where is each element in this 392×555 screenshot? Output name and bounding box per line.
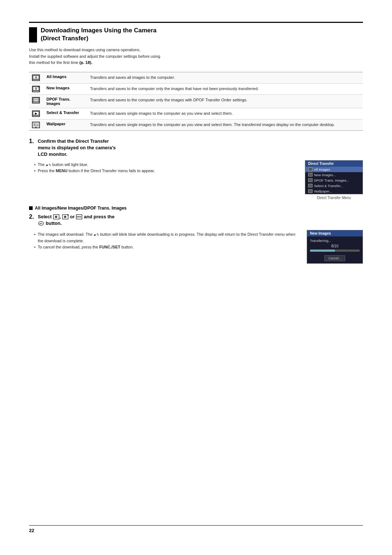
step2-header: 2. Select ▤ , ▤ N or DPOF and press the [29,214,363,228]
subsection-header: All Images/New Images/DPOF Trans. Images [29,206,363,211]
progress-label: 8/10 [310,244,360,248]
select-transfer-icon [32,110,40,117]
screen-icon [308,189,313,193]
desc-cell: Transfers and saves to the computer only… [86,83,363,94]
section-title: Downloading Images Using the Camera (Dir… [41,27,156,42]
label-cell: Wallpaper [43,119,86,130]
dpof-icon: DPOF [32,97,40,104]
row-description: Transfers and saves all images to the co… [90,75,175,80]
subsection-title: All Images/New Images/DPOF Trans. Images [35,206,127,211]
intro-link: (p. 18). [79,60,92,65]
svg-marker-16 [35,113,37,115]
screen-item-all-images: All Images [305,167,363,172]
section-title-line1: Downloading Images Using the Camera [41,27,156,34]
step1-title-line3: LCD monitor. [38,151,68,157]
svg-text:N: N [38,86,39,88]
svg-text:▤: ▤ [64,215,67,218]
step1-title: Confirm that the Direct Transfer menu is… [38,138,116,158]
screen-icon [308,178,313,182]
step1-title-line2: menu is displayed on the camera's [38,145,116,150]
table-row: Select & Transfer Transfers and saves si… [29,108,363,119]
svg-text:▤: ▤ [55,215,57,218]
svg-text:N: N [68,214,69,216]
transfer-progress-screen: New Images Transferring... 8/10 Cancel..… [307,230,363,264]
icon-cell: ▤ [29,72,43,83]
table-row: ▣ Wallpaper Transfers and saves single i… [29,119,363,130]
screen-item-new-images: New Images... [305,172,363,178]
intro-line3: this method for the first time [29,60,79,65]
intro-line2: Install the supplied software and adjust… [29,54,160,58]
screen-item-select: Select & Transfer... [305,183,363,189]
subsection-bar [29,206,33,210]
svg-text:▤: ▤ [35,76,37,78]
icon-cell: DPOF [29,94,43,108]
screen-icon [308,167,313,171]
progress-bar-fill [310,250,335,252]
screen-caption: Direct Transfer Menu [305,196,363,200]
direct-transfer-screen: Direct Transfer All Images New Images...… [305,160,363,194]
icon-cell: ▤ N [29,83,43,94]
svg-text:DPOF: DPOF [33,99,39,101]
bullet-item: Press the MENU button if the Direct Tran… [34,168,298,174]
table-row: DPOF DPOF Trans. Images Transfers and sa… [29,94,363,108]
screen-item-label: New Images... [314,173,336,177]
label-cell: Select & Transfer [43,108,86,119]
page: Downloading Images Using the Camera (Dir… [0,0,392,555]
progress-bar [310,250,360,252]
row-description: Transfers and saves single images to the… [90,111,233,116]
row-label: Wallpaper [46,122,65,126]
step1-header: 1. Confirm that the Direct Transfer menu… [29,138,363,158]
bullet-item: The ▴∿ button will light blue. [34,162,298,168]
screen-icon [308,184,313,187]
step2-content: The images will download. The ▴∿ button … [29,230,363,264]
step1-content: The ▴∿ button will light blue. Press the… [29,160,363,200]
all-images-icon: ▤ [32,74,40,81]
svg-text:▤: ▤ [35,87,37,90]
transfer-status: Transferring... [310,239,360,243]
label-cell: New Images [43,83,86,94]
screen2-body: Transferring... 8/10 Cancel... [307,236,363,263]
row-label-line2: Images [46,101,60,106]
table-row: ▤ All Images Transfers and saves all ima… [29,72,363,83]
step1-text: The ▴∿ button will light blue. Press the… [29,160,298,174]
wallpaper-icon: ▣ [32,122,40,128]
new-images-icon: ▤ N [32,86,40,92]
screen-item-dpof: DPOF Trans. Images... [305,178,363,183]
screen-item-label: All Images [314,167,330,171]
screen-item-label: DPOF Trans. Images... [314,178,349,182]
step2-text: The images will download. The ▴∿ button … [29,230,299,251]
section-black-bar [29,27,37,42]
desc-cell: Transfers and saves all images to the co… [86,72,363,83]
features-table: ▤ All Images Transfers and saves all ima… [29,72,363,131]
step2-title: Select ▤ , ▤ N or DPOF and press the [38,214,115,228]
icon-cell: ▣ [29,119,43,130]
step2-block: 2. Select ▤ , ▤ N or DPOF and press the [29,214,363,264]
step1-block: 1. Confirm that the Direct Transfer menu… [29,138,363,200]
label-cell: DPOF Trans. Images [43,94,86,108]
intro-line1: Use this method to download images using… [29,48,140,52]
step2-number: 2. [29,214,36,220]
table-row: ▤ N New Images Transfers and saves to th… [29,83,363,94]
row-label: Select & Transfer [46,110,79,115]
icon-cell [29,108,43,119]
svg-text:DPOF: DPOF [77,216,82,218]
step1-screen-wrapper: Direct Transfer All Images New Images...… [305,160,363,200]
screen-item-wallpaper: Wallpaper... [305,189,363,194]
row-label: All Images [46,74,66,79]
screen-header: Direct Transfer [305,161,363,167]
bullet-item: To cancel the download, press the FUNC./… [34,244,299,251]
section-title-line2: Direct Transfer) [43,35,89,42]
page-number: 22 [29,528,44,533]
screen-item-label: Wallpaper... [314,189,332,193]
desc-cell: Transfers and saves single images to the… [86,119,363,130]
row-description: Transfers and saves to the computer only… [90,98,248,102]
step1-bullets: The ▴∿ button will light blue. Press the… [29,162,298,174]
step1-number: 1. [29,138,36,145]
desc-cell: Transfers and saves single images to the… [86,108,363,119]
cancel-button[interactable]: Cancel... [324,255,346,261]
row-description: Transfers and saves single images to the… [90,122,335,127]
desc-cell: Transfers and saves to the computer only… [86,94,363,108]
row-label-line1: DPOF Trans. [46,97,70,101]
step1-title-line1: Confirm that the Direct Transfer [38,138,109,144]
section-header: Downloading Images Using the Camera (Dir… [29,22,363,42]
